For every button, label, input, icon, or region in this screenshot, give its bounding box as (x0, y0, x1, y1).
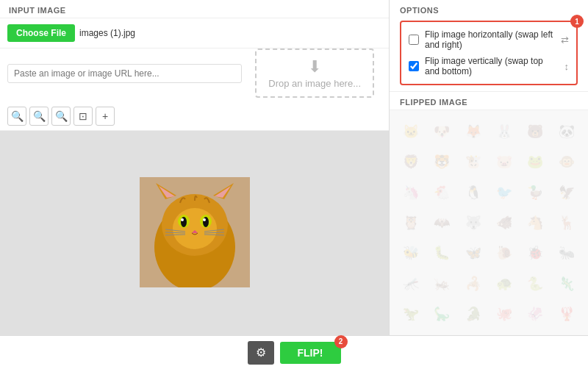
wm-14: 🐔 (428, 179, 456, 206)
wm-17: 🦆 (521, 179, 549, 206)
flipped-image-header: FLIPPED IMAGE (390, 92, 588, 110)
wm-9: 🐮 (459, 148, 487, 175)
svg-point-10 (181, 217, 187, 227)
wm-38: 🦕 (428, 301, 456, 328)
bottom-bar: ⚙ FLIP! 2 (0, 335, 588, 369)
wm-30: 🐜 (553, 240, 581, 267)
zoom-in-button[interactable]: 🔍 (29, 107, 49, 126)
zoom-out-button[interactable]: 🔍 (7, 107, 26, 126)
wm-26: 🐛 (428, 240, 456, 267)
wm-35: 🐍 (521, 270, 549, 297)
settings-button[interactable]: ⚙ (248, 341, 274, 365)
wm-10: 🐷 (490, 148, 518, 175)
wm-15: 🐧 (459, 179, 487, 206)
wm-2: 🐶 (428, 118, 456, 145)
wm-18: 🦅 (553, 179, 581, 206)
svg-point-12 (181, 218, 184, 221)
zoom-add-button[interactable]: + (96, 107, 115, 126)
options-header: OPTIONS (400, 6, 578, 21)
svg-point-11 (203, 217, 209, 227)
wm-41: 🦑 (521, 301, 549, 328)
badge-1: 1 (570, 15, 584, 28)
input-image-header: INPUT IMAGE (0, 0, 389, 18)
options-box: 1 Flip image horizontally (swap left and… (400, 21, 578, 85)
wm-6: 🐼 (553, 118, 581, 145)
wm-39: 🐊 (459, 301, 487, 328)
wm-34: 🐢 (490, 270, 518, 297)
wm-13: 🦄 (397, 179, 425, 206)
svg-point-13 (203, 218, 206, 221)
flipped-section: FLIPPED IMAGE 🐱 🐶 🦊 🐰 🐻 🐼 🦁 🐯 🐮 🐷 🐸 🐵 🦄 (390, 92, 588, 335)
wm-8: 🐯 (428, 148, 456, 175)
drop-icon: ⬇ (308, 57, 321, 76)
wm-19: 🦉 (397, 209, 425, 236)
wm-1: 🐱 (397, 118, 425, 145)
wm-28: 🐌 (490, 240, 518, 267)
zoom-bar: 🔍 🔍 🔍 ⊡ + (0, 102, 389, 131)
wm-23: 🐴 (521, 209, 549, 236)
badge-2: 2 (334, 335, 348, 348)
wm-7: 🦁 (397, 148, 425, 175)
wm-16: 🐦 (490, 179, 518, 206)
wm-12: 🐵 (553, 148, 581, 175)
flip-horizontal-checkbox[interactable] (409, 35, 419, 45)
flip-horizontal-row: Flip image horizontally (swap left and r… (407, 26, 570, 53)
wm-21: 🐺 (459, 209, 487, 236)
image-area (0, 131, 389, 335)
choose-file-button[interactable]: Choose File (7, 24, 75, 42)
flip-horizontal-icon: ⇄ (561, 35, 569, 46)
zoom-reset-button[interactable]: ⊡ (74, 107, 93, 126)
flip-vertical-label: Flip image vertically (swap top and bott… (425, 56, 559, 76)
svg-point-7 (173, 208, 217, 249)
input-image-display (140, 177, 250, 290)
paste-input[interactable] (7, 64, 242, 83)
wm-3: 🦊 (459, 118, 487, 145)
left-panel: INPUT IMAGE Choose File images (1).jpg ⬇… (0, 0, 390, 335)
wm-11: 🐸 (521, 148, 549, 175)
flip-horizontal-label: Flip image horizontally (swap left and r… (425, 29, 555, 50)
wm-29: 🐞 (521, 240, 549, 267)
wm-37: 🦖 (397, 301, 425, 328)
wm-25: 🐝 (397, 240, 425, 267)
filename-display: images (1).jpg (79, 28, 135, 38)
flip-vertical-icon: ↕ (564, 61, 570, 72)
drop-zone[interactable]: ⬇ Drop an image here... (255, 49, 374, 98)
wm-24: 🦌 (553, 209, 581, 236)
wm-22: 🐗 (490, 209, 518, 236)
wm-5: 🐻 (521, 118, 549, 145)
drop-text: Drop an image here... (268, 78, 361, 89)
settings-icon: ⚙ (256, 345, 266, 359)
watermark-pattern: 🐱 🐶 🦊 🐰 🐻 🐼 🦁 🐯 🐮 🐷 🐸 🐵 🦄 🐔 🐧 🐦 (390, 110, 588, 335)
flipped-image-area: 🐱 🐶 🦊 🐰 🐻 🐼 🦁 🐯 🐮 🐷 🐸 🐵 🦄 🐔 🐧 🐦 (390, 110, 588, 335)
flip-vertical-row: Flip image vertically (swap top and bott… (407, 53, 570, 79)
right-panel: OPTIONS 1 Flip image horizontally (swap … (390, 0, 588, 335)
file-toolbar: Choose File images (1).jpg (0, 18, 389, 49)
flip-button[interactable]: FLIP! 2 (280, 342, 341, 364)
wm-27: 🦋 (459, 240, 487, 267)
wm-31: 🦟 (397, 270, 425, 297)
flip-button-label: FLIP! (298, 347, 323, 359)
wm-4: 🐰 (490, 118, 518, 145)
wm-32: 🦗 (428, 270, 456, 297)
paste-drop-row: ⬇ Drop an image here... (0, 49, 389, 98)
wm-36: 🦎 (553, 270, 581, 297)
wm-40: 🐙 (490, 301, 518, 328)
wm-33: 🦂 (459, 270, 487, 297)
zoom-fit-button[interactable]: 🔍 (51, 107, 71, 126)
flip-vertical-checkbox[interactable] (409, 61, 419, 71)
options-section: OPTIONS 1 Flip image horizontally (swap … (390, 0, 588, 92)
wm-20: 🦇 (428, 209, 456, 236)
wm-42: 🦞 (553, 301, 581, 328)
